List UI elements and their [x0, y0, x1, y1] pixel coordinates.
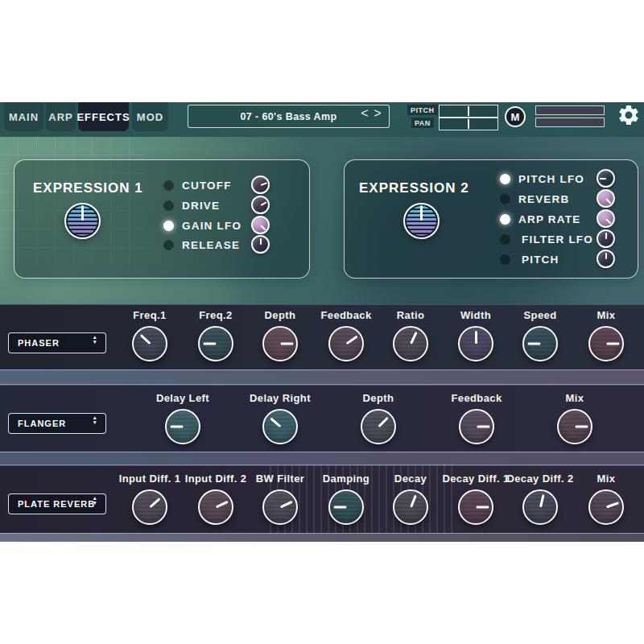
knob[interactable] [522, 326, 558, 361]
knob[interactable] [588, 489, 624, 525]
knob[interactable] [262, 409, 298, 444]
phaser-effect-select[interactable]: PHASER ▲▼ [8, 332, 106, 353]
knob[interactable] [132, 326, 167, 361]
knob[interactable] [198, 326, 233, 361]
knob[interactable] [588, 326, 624, 361]
knob[interactable] [198, 489, 233, 525]
knob-label: Depth [265, 309, 296, 322]
tab-effects-label: EFFECTS [76, 111, 130, 123]
pitch-label: PITCH [407, 105, 438, 115]
expression1-target-row: RELEASE [163, 235, 240, 254]
knob[interactable] [328, 326, 364, 361]
tab-mod[interactable]: MOD [132, 102, 168, 131]
settings-gear-icon[interactable] [617, 103, 641, 127]
knob-label: Decay [394, 473, 427, 485]
knob[interactable] [458, 489, 493, 525]
knob[interactable] [557, 409, 592, 444]
pan-slider-handle[interactable] [468, 119, 469, 129]
preset-next-button[interactable]: > [372, 105, 383, 122]
screenshot-canvas: MAIN ARP EFFECTS MOD 07 - 60's Bass Amp … [0, 0, 644, 644]
knob[interactable] [361, 409, 396, 444]
preset-name: 07 - 60's Bass Amp [240, 111, 336, 122]
radio-filter-lfo[interactable] [500, 234, 510, 245]
knob-pitch-lfo[interactable] [597, 169, 615, 188]
tab-arp-label: ARP [48, 111, 72, 123]
tab-main[interactable]: MAIN [4, 102, 43, 131]
pitch-slider-handle[interactable] [468, 106, 469, 116]
knob[interactable] [459, 409, 494, 444]
knob-label: Speed [523, 309, 556, 322]
expression2-title: EXPRESSION 2 [359, 180, 469, 196]
knob-reverb[interactable] [597, 189, 615, 208]
knob-label: Ratio [397, 309, 425, 322]
expression2-target-row: PITCH [500, 250, 559, 269]
radio-pitch-lfo[interactable] [500, 174, 510, 184]
expression2-knob[interactable] [403, 203, 440, 239]
plugin-window: MAIN ARP EFFECTS MOD 07 - 60's Bass Amp … [0, 102, 644, 542]
target-label-filter-lfo: FILTER LFO [522, 233, 593, 246]
plate-knob-mix: Mix [558, 473, 644, 525]
expression1-panel: EXPRESSION 1 CUTOFF DRIVE GAIN LFO RELEA… [14, 159, 310, 279]
expression2-target-row: PITCH LFO [500, 169, 584, 188]
plate-reverb-select-label: PLATE REVERB [18, 499, 95, 509]
knob-gain-lfo[interactable] [251, 216, 270, 234]
pan-label: PAN [411, 118, 434, 128]
expression1-target-row: DRIVE [163, 196, 220, 215]
flanger-effect-select[interactable]: FLANGER ▲▼ [8, 413, 106, 434]
knob-label: Width [460, 309, 491, 322]
pitch-slider[interactable] [439, 105, 498, 118]
tab-effects[interactable]: EFFECTS [78, 102, 129, 131]
pan-slider[interactable] [439, 118, 498, 130]
radio-arp-rate[interactable] [500, 214, 510, 225]
knob-filter-lfo[interactable] [597, 229, 615, 248]
knob-arp-rate[interactable] [597, 209, 615, 228]
knob[interactable] [522, 489, 558, 525]
expression1-target-row: GAIN LFO [163, 216, 242, 235]
flanger-knob-feedback: Feedback [428, 392, 525, 444]
knob-label: Depth [363, 392, 394, 405]
knob-drive[interactable] [251, 196, 270, 214]
expression2-target-row: REVERB [500, 189, 569, 208]
target-label-cutoff: CUTOFF [182, 180, 232, 192]
radio-cutoff[interactable] [163, 180, 174, 191]
phaser-select-label: PHASER [18, 338, 60, 348]
knob-release[interactable] [251, 235, 270, 254]
knob-label: Delay Right [250, 392, 311, 405]
knob-pitch[interactable] [597, 250, 615, 268]
radio-reverb[interactable] [500, 194, 510, 204]
flanger-knob-depth: Depth [330, 392, 427, 444]
knob[interactable] [262, 326, 298, 361]
expression1-title: EXPRESSION 1 [33, 180, 143, 196]
mute-button[interactable]: M [505, 106, 526, 127]
updown-arrows-icon: ▲▼ [93, 496, 98, 506]
expression2-target-row: ARP RATE [500, 209, 580, 229]
knob-label: Mix [566, 392, 584, 405]
flanger-select-label: FLANGER [18, 419, 66, 428]
radio-gain-lfo[interactable] [163, 221, 174, 231]
knob[interactable] [132, 489, 167, 525]
tab-main-label: MAIN [9, 111, 39, 123]
knob[interactable] [458, 326, 493, 361]
knob[interactable] [165, 409, 200, 444]
target-label-arp-rate: ARP RATE [518, 213, 580, 225]
plate-reverb-effect-select[interactable]: PLATE REVERB ▲▼ [8, 493, 106, 514]
knob[interactable] [328, 489, 364, 525]
target-label-release: RELEASE [182, 239, 240, 251]
knob-cutoff[interactable] [251, 175, 270, 194]
target-label-pitch: PITCH [522, 254, 559, 266]
expression1-target-row: CUTOFF [163, 175, 232, 195]
knob[interactable] [393, 489, 428, 525]
knob-label: Delay Left [156, 392, 209, 405]
preset-prev-button[interactable]: < [359, 105, 370, 122]
knob[interactable] [393, 326, 428, 361]
knob[interactable] [262, 489, 298, 525]
expression2-target-row: FILTER LFO [500, 229, 593, 249]
updown-arrows-icon: ▲▼ [93, 335, 98, 345]
tab-arp[interactable]: ARP [46, 102, 76, 131]
radio-release[interactable] [163, 240, 174, 250]
radio-drive[interactable] [163, 200, 174, 211]
phaser-knob-mix: Mix [558, 309, 644, 361]
expression1-knob[interactable] [64, 203, 101, 239]
radio-pitch[interactable] [500, 254, 510, 265]
target-label-drive: DRIVE [182, 200, 220, 212]
